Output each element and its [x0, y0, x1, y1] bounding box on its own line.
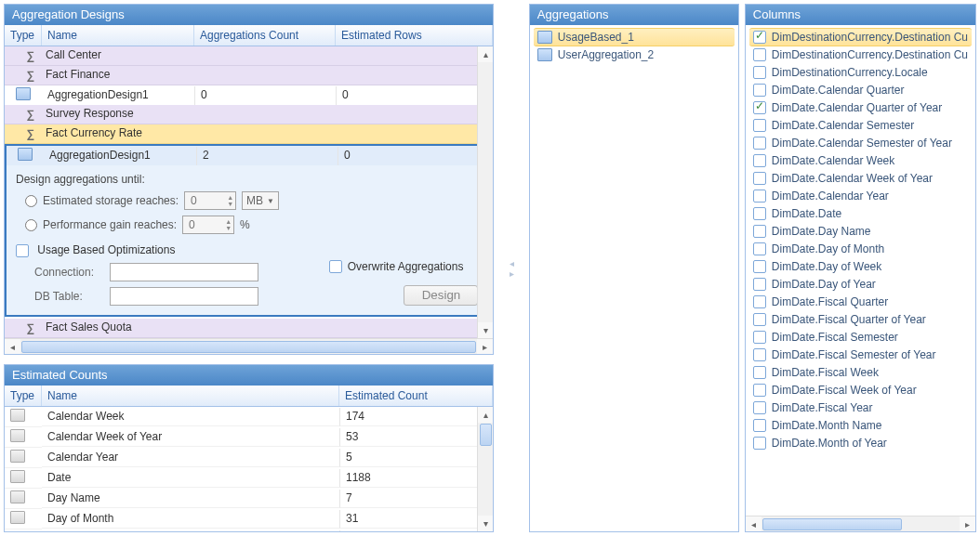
- storage-unit-select[interactable]: MB▼: [242, 191, 279, 210]
- scroll-up-icon[interactable]: ▴: [478, 46, 493, 62]
- column-checkbox[interactable]: [753, 401, 766, 414]
- radio-storage[interactable]: [25, 195, 37, 207]
- aggregation-item[interactable]: UsageBased_1: [534, 28, 735, 46]
- column-item[interactable]: DimDate.Fiscal Semester: [749, 329, 972, 346]
- table-row[interactable]: Calendar Week of Year 53: [5, 427, 493, 448]
- table-row[interactable]: Calendar Year 5: [5, 448, 493, 468]
- scroll-right-icon[interactable]: ▸: [477, 339, 493, 354]
- horizontal-scrollbar[interactable]: ◂ ▸: [5, 338, 493, 354]
- col-name[interactable]: Name: [42, 25, 194, 46]
- scroll-thumb[interactable]: [762, 518, 902, 530]
- column-item[interactable]: DimDestinationCurrency.Destination Cu: [749, 46, 972, 64]
- design-row[interactable]: AggregationDesign1 0 0: [5, 85, 493, 105]
- column-checkbox[interactable]: [753, 260, 766, 273]
- scroll-left-icon[interactable]: ◂: [5, 339, 20, 354]
- column-checkbox[interactable]: [753, 331, 766, 344]
- column-item[interactable]: DimDate.Calendar Semester: [749, 117, 972, 135]
- column-item[interactable]: DimDate.Calendar Week of Year: [749, 170, 972, 188]
- scroll-down-icon[interactable]: ▾: [478, 322, 493, 338]
- col-type[interactable]: Type: [5, 386, 42, 406]
- column-checkbox[interactable]: [753, 154, 766, 167]
- column-item[interactable]: DimDate.Calendar Quarter of Year: [749, 99, 972, 117]
- column-item[interactable]: DimDate.Calendar Year: [749, 188, 972, 205]
- horizontal-scrollbar[interactable]: ◂ ▸: [746, 516, 975, 531]
- overwrite-checkbox[interactable]: [329, 260, 342, 273]
- column-checkbox[interactable]: [753, 48, 766, 61]
- ubo-checkbox[interactable]: [16, 244, 29, 257]
- scroll-thumb[interactable]: [21, 341, 476, 353]
- group-row[interactable]: ∑ Fact Currency Rate: [5, 124, 493, 144]
- column-item[interactable]: DimDestinationCurrency.Locale: [749, 64, 972, 82]
- column-checkbox[interactable]: [753, 313, 766, 326]
- connection-input[interactable]: [110, 263, 258, 281]
- column-checkbox[interactable]: [753, 384, 766, 397]
- table-row[interactable]: Day of Month 31: [5, 509, 493, 529]
- column-item[interactable]: DimDate.Date: [749, 205, 972, 223]
- dbtable-input[interactable]: [110, 287, 258, 306]
- column-checkbox[interactable]: [753, 137, 766, 150]
- column-checkbox[interactable]: [753, 119, 766, 132]
- splitter-handle[interactable]: ◂▸: [503, 4, 519, 532]
- scroll-up-icon[interactable]: ▴: [478, 407, 493, 423]
- column-item[interactable]: DimDate.Fiscal Year: [749, 399, 972, 417]
- aggregation-designs-panel: Aggregation Designs Type Name Aggregatio…: [4, 4, 494, 355]
- column-item[interactable]: DimDate.Fiscal Quarter of Year: [749, 311, 972, 329]
- column-item[interactable]: DimDate.Fiscal Week of Year: [749, 382, 972, 399]
- column-item[interactable]: DimDate.Fiscal Quarter: [749, 294, 972, 311]
- attribute-icon: [10, 409, 25, 422]
- column-item[interactable]: DimDate.Calendar Week: [749, 152, 972, 170]
- scroll-left-icon[interactable]: ◂: [746, 516, 761, 531]
- col-est[interactable]: Estimated Rows: [336, 25, 493, 46]
- column-checkbox[interactable]: [753, 295, 766, 308]
- column-checkbox[interactable]: [753, 419, 766, 432]
- column-item[interactable]: DimDate.Month of Year: [749, 435, 972, 452]
- column-checkbox[interactable]: [753, 101, 766, 114]
- col-name[interactable]: Name: [42, 386, 339, 406]
- scroll-down-icon[interactable]: ▾: [478, 516, 493, 531]
- group-row[interactable]: ∑ Fact Finance: [5, 66, 493, 85]
- table-row[interactable]: Day Name 7: [5, 489, 493, 509]
- column-checkbox[interactable]: [753, 366, 766, 379]
- table-row[interactable]: Date 1188: [5, 468, 493, 489]
- column-item[interactable]: DimDate.Day of Week: [749, 258, 972, 276]
- radio-performance[interactable]: [25, 219, 37, 231]
- design-row[interactable]: AggregationDesign1 2 0: [7, 146, 491, 165]
- column-checkbox[interactable]: [753, 207, 766, 220]
- aggregation-icon: [537, 31, 552, 44]
- table-row[interactable]: Day of Week 7: [5, 529, 493, 531]
- column-checkbox[interactable]: [753, 225, 766, 238]
- storage-stepper[interactable]: 0▲▼: [184, 191, 236, 210]
- column-item[interactable]: DimDestinationCurrency.Destination Cu: [749, 28, 972, 46]
- column-checkbox[interactable]: [753, 437, 766, 450]
- scroll-thumb[interactable]: [480, 424, 492, 446]
- group-row[interactable]: ∑ Survey Response: [5, 105, 493, 124]
- column-checkbox[interactable]: [753, 84, 766, 97]
- column-checkbox[interactable]: [753, 348, 766, 361]
- column-item[interactable]: DimDate.Calendar Semester of Year: [749, 135, 972, 152]
- col-agg[interactable]: Aggregations Count: [194, 25, 336, 46]
- column-item[interactable]: DimDate.Day of Year: [749, 276, 972, 294]
- design-button[interactable]: Design: [404, 285, 478, 306]
- column-item[interactable]: DimDate.Day Name: [749, 223, 972, 241]
- column-checkbox[interactable]: [753, 31, 766, 44]
- column-checkbox[interactable]: [753, 172, 766, 185]
- column-item[interactable]: DimDate.Month Name: [749, 417, 972, 435]
- col-type[interactable]: Type: [5, 25, 42, 46]
- column-checkbox[interactable]: [753, 242, 766, 255]
- column-item[interactable]: DimDate.Calendar Quarter: [749, 82, 972, 99]
- aggregation-item[interactable]: UserAggregation_2: [534, 46, 735, 64]
- column-checkbox[interactable]: [753, 278, 766, 291]
- group-row[interactable]: ∑ Call Center: [5, 46, 493, 66]
- group-row[interactable]: ∑ Fact Sales Quota: [5, 319, 493, 338]
- column-checkbox[interactable]: [753, 190, 766, 203]
- performance-stepper[interactable]: 0▲▼: [182, 216, 234, 234]
- vertical-scrollbar[interactable]: ▴ ▾: [477, 407, 493, 531]
- scroll-right-icon[interactable]: ▸: [960, 516, 975, 531]
- column-item[interactable]: DimDate.Day of Month: [749, 241, 972, 258]
- column-item[interactable]: DimDate.Fiscal Semester of Year: [749, 346, 972, 364]
- column-checkbox[interactable]: [753, 66, 766, 79]
- vertical-scrollbar[interactable]: ▴ ▾: [477, 46, 493, 338]
- col-count[interactable]: Estimated Count: [339, 386, 493, 406]
- table-row[interactable]: Calendar Week 174: [5, 407, 493, 427]
- column-item[interactable]: DimDate.Fiscal Week: [749, 364, 972, 382]
